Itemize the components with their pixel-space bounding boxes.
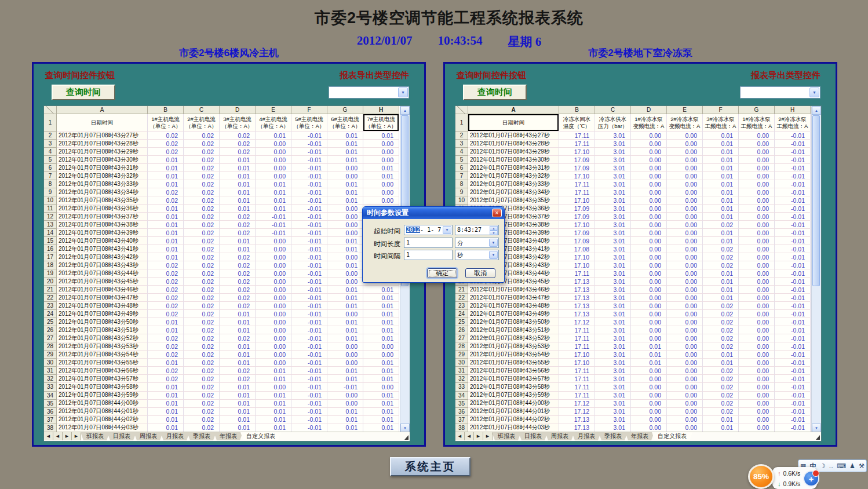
- value-cell[interactable]: 3.01: [595, 342, 631, 351]
- row-header-29[interactable]: 29: [44, 351, 57, 359]
- value-cell[interactable]: -0.01: [291, 416, 327, 424]
- value-cell[interactable]: 0.00: [667, 302, 703, 310]
- date-cell[interactable]: 2012年01月07日08时43分55秒: [468, 359, 559, 367]
- value-cell[interactable]: -0.01: [291, 140, 327, 148]
- value-cell[interactable]: -0.01: [775, 342, 811, 351]
- value-cell[interactable]: 0.00: [256, 245, 291, 253]
- value-cell[interactable]: 0.02: [703, 367, 739, 375]
- row-header-1[interactable]: 1: [44, 114, 57, 132]
- value-cell[interactable]: 0.02: [220, 269, 256, 278]
- value-cell[interactable]: 0.00: [327, 221, 363, 229]
- value-cell[interactable]: 0.01: [363, 400, 399, 408]
- value-cell[interactable]: -0.01: [775, 164, 811, 172]
- row-header-24[interactable]: 24: [44, 310, 57, 318]
- date-cell[interactable]: 2012年01月07日08时43分58秒: [57, 383, 148, 391]
- value-cell[interactable]: 17.11: [559, 334, 595, 342]
- value-cell[interactable]: 17.11: [559, 140, 595, 148]
- value-cell[interactable]: 0.01: [220, 196, 256, 205]
- value-cell[interactable]: 0.00: [667, 213, 703, 221]
- value-cell[interactable]: 0.00: [739, 269, 775, 278]
- value-cell[interactable]: -0.01: [775, 269, 811, 278]
- value-cell[interactable]: 0.00: [631, 172, 667, 180]
- value-cell[interactable]: 0.01: [703, 424, 739, 432]
- value-cell[interactable]: 0.00: [631, 392, 667, 400]
- sheet-tab[interactable]: 月报表: [572, 432, 601, 440]
- value-cell[interactable]: -0.01: [775, 196, 811, 205]
- row-header-38[interactable]: 38: [455, 424, 468, 432]
- value-cell[interactable]: 0.02: [703, 392, 739, 400]
- value-cell[interactable]: 0.00: [739, 318, 775, 326]
- column-header-F[interactable]: F: [291, 106, 327, 114]
- value-cell[interactable]: 3.01: [595, 172, 631, 180]
- row-header-31[interactable]: 31: [44, 367, 57, 375]
- date-cell[interactable]: 2012年01月07日08时43分51秒: [57, 326, 148, 334]
- date-cell[interactable]: 2012年01月07日08时43分43秒: [57, 261, 148, 269]
- ime-settings-icon[interactable]: ⚒: [859, 463, 865, 469]
- value-cell[interactable]: -0.01: [291, 359, 327, 367]
- value-cell[interactable]: -0.01: [775, 302, 811, 310]
- value-cell[interactable]: 0.02: [184, 221, 220, 229]
- value-cell[interactable]: 0.00: [256, 334, 291, 342]
- value-cell[interactable]: 0.02: [703, 261, 739, 269]
- value-cell[interactable]: 0.01: [327, 286, 363, 294]
- date-cell[interactable]: 2012年01月07日08时43分54秒: [468, 351, 559, 359]
- sheet-tab[interactable]: 班报表: [81, 432, 110, 440]
- row-header-20[interactable]: 20: [44, 278, 57, 286]
- value-cell[interactable]: 3.01: [595, 229, 631, 237]
- column-header-H[interactable]: H: [775, 106, 811, 114]
- value-cell[interactable]: 0.02: [184, 172, 220, 180]
- value-cell[interactable]: 0.00: [667, 278, 703, 286]
- value-cell[interactable]: 0.01: [327, 140, 363, 148]
- value-cell[interactable]: -0.01: [291, 342, 327, 351]
- value-cell[interactable]: 0.00: [739, 359, 775, 367]
- value-cell[interactable]: -0.01: [291, 205, 327, 213]
- row-header-35[interactable]: 35: [44, 400, 57, 408]
- header-cell-C1[interactable]: 冷冻水供水压力（bar）: [595, 114, 631, 132]
- row-header-25[interactable]: 25: [44, 318, 57, 326]
- row-header-2[interactable]: 2: [44, 132, 57, 140]
- value-cell[interactable]: 0.00: [256, 310, 291, 318]
- value-cell[interactable]: 0.01: [148, 392, 184, 400]
- value-cell[interactable]: 17.10: [559, 148, 595, 156]
- value-cell[interactable]: 3.01: [595, 351, 631, 359]
- value-cell[interactable]: 0.00: [327, 164, 363, 172]
- value-cell[interactable]: 0.00: [631, 424, 667, 432]
- date-cell[interactable]: 2012年01月07日08时43分53秒: [57, 342, 148, 351]
- value-cell[interactable]: 0.02: [184, 416, 220, 424]
- row-header-33[interactable]: 33: [44, 383, 57, 391]
- value-cell[interactable]: 3.01: [595, 188, 631, 196]
- value-cell[interactable]: 3.01: [595, 205, 631, 213]
- value-cell[interactable]: 0.01: [703, 229, 739, 237]
- value-cell[interactable]: 0.02: [148, 294, 184, 302]
- value-cell[interactable]: 0.02: [184, 253, 220, 261]
- value-cell[interactable]: -0.01: [256, 221, 291, 229]
- value-cell[interactable]: 0.01: [703, 180, 739, 188]
- value-cell[interactable]: 0.01: [220, 164, 256, 172]
- value-cell[interactable]: 0.02: [220, 286, 256, 294]
- value-cell[interactable]: 3.01: [595, 180, 631, 188]
- value-cell[interactable]: 0.01: [148, 253, 184, 261]
- header-cell-H1[interactable]: 7#主机电流（单位：A）: [363, 114, 399, 132]
- value-cell[interactable]: 0.00: [739, 375, 775, 383]
- system-home-button[interactable]: 系统主页: [390, 457, 471, 476]
- header-cell-B1[interactable]: 1#主机电流（单位：A）: [148, 114, 184, 132]
- value-cell[interactable]: 0.00: [631, 416, 667, 424]
- value-cell[interactable]: 0.02: [184, 188, 220, 196]
- value-cell[interactable]: 0.01: [220, 326, 256, 334]
- value-cell[interactable]: 17.11: [559, 326, 595, 334]
- value-cell[interactable]: 0.00: [667, 375, 703, 383]
- value-cell[interactable]: 0.01: [703, 156, 739, 164]
- row-header-29[interactable]: 29: [455, 351, 468, 359]
- value-cell[interactable]: -0.01: [291, 164, 327, 172]
- sheet-tab[interactable]: 日报表: [519, 432, 548, 440]
- value-cell[interactable]: 17.10: [559, 359, 595, 367]
- row-header-2[interactable]: 2: [455, 132, 468, 140]
- value-cell[interactable]: 0.01: [703, 196, 739, 205]
- value-cell[interactable]: 0.02: [703, 375, 739, 383]
- value-cell[interactable]: 0.00: [739, 221, 775, 229]
- value-cell[interactable]: 17.11: [559, 269, 595, 278]
- value-cell[interactable]: 0.01: [703, 164, 739, 172]
- row-header-10[interactable]: 10: [455, 196, 468, 205]
- value-cell[interactable]: 0.00: [739, 294, 775, 302]
- value-cell[interactable]: 3.01: [595, 400, 631, 408]
